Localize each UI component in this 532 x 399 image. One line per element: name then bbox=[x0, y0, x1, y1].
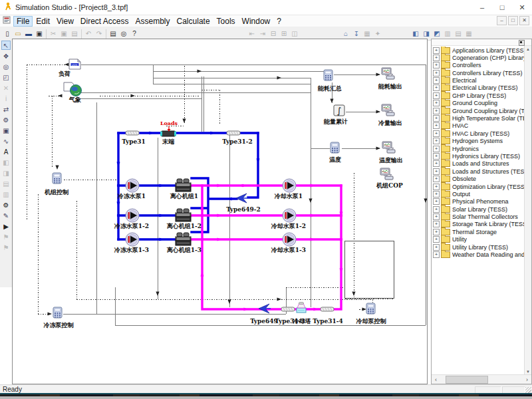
fit-vertical-button[interactable]: ⇥ bbox=[257, 29, 268, 39]
component-weather[interactable]: 气象 bbox=[64, 82, 82, 103]
new-button[interactable]: ▯ bbox=[2, 29, 13, 39]
tree-item[interactable]: +Hydronics Library (TESS) bbox=[433, 152, 524, 160]
wrench-tool[interactable]: ⚙ bbox=[1, 115, 11, 124]
run-tool[interactable]: ▶ bbox=[1, 221, 11, 231]
menu-direct-access[interactable]: Direct Access bbox=[77, 16, 132, 27]
component-terminal[interactable]: Loads 末端 bbox=[160, 120, 178, 145]
insert-component-button[interactable]: ↧ bbox=[351, 29, 362, 39]
save-button[interactable]: ▬ bbox=[23, 29, 34, 39]
minimize-button[interactable]: – bbox=[472, 0, 492, 15]
scroll-right-icon[interactable]: › bbox=[523, 376, 531, 384]
tree-item[interactable]: +GHP Library (TESS) bbox=[433, 92, 524, 99]
menu-file[interactable]: File bbox=[13, 16, 33, 27]
tile-windows-button[interactable]: ◫ bbox=[289, 29, 300, 39]
menu-view[interactable]: View bbox=[53, 16, 77, 27]
component-cooling-tower[interactable]: 冷却塔 bbox=[293, 303, 312, 325]
expand-icon[interactable]: + bbox=[433, 55, 440, 61]
tree-item[interactable]: +HVAC Library (TESS) bbox=[433, 130, 524, 137]
component-cw-pump-control[interactable]: 冷却泵控制 bbox=[356, 303, 386, 325]
expand-icon[interactable]: + bbox=[433, 198, 440, 205]
copy-button[interactable]: ▣ bbox=[59, 29, 69, 39]
expand-icon[interactable]: + bbox=[433, 153, 440, 160]
scroll-left-icon[interactable]: ‹ bbox=[432, 376, 440, 384]
tree-item[interactable]: +Obsolete bbox=[433, 176, 524, 183]
maximize-button[interactable]: □ bbox=[492, 0, 512, 15]
layers-tool[interactable]: ▤ bbox=[1, 179, 11, 188]
component-chw-pump1-2[interactable]: 冷冻水泵1-2 bbox=[114, 209, 149, 229]
tree-item[interactable]: +Output bbox=[433, 190, 524, 198]
expand-icon[interactable]: + bbox=[433, 251, 440, 258]
menu-tools[interactable]: Tools bbox=[213, 16, 239, 27]
expand-icon[interactable]: + bbox=[433, 184, 440, 190]
diagram-canvas[interactable]: USER 负荷 气象 机组控制 Type31 Loads 末端 bbox=[12, 39, 428, 384]
expand-icon[interactable]: + bbox=[433, 62, 440, 68]
tree-item[interactable]: +Applications Library (TESS) bbox=[433, 47, 524, 54]
component-chiller1[interactable]: 离心机组1 bbox=[170, 179, 198, 200]
close-button[interactable]: ✕ bbox=[512, 0, 532, 15]
mdi-restore-button[interactable]: □ bbox=[508, 16, 518, 25]
tree-item[interactable]: +Electrical Library (TESS) bbox=[433, 84, 524, 92]
tree-item[interactable]: +Utility bbox=[433, 236, 524, 243]
select-tool[interactable]: ↖ bbox=[1, 41, 11, 50]
tree-item[interactable]: +Controllers bbox=[433, 62, 524, 69]
tree-item[interactable]: +Hydronics bbox=[433, 145, 524, 152]
plot-tool[interactable]: ∿ bbox=[1, 136, 11, 146]
flag-b-tool[interactable]: ⚑ bbox=[1, 243, 11, 252]
zoom-extents-tool[interactable]: ◰ bbox=[1, 72, 11, 82]
pen-tool[interactable]: ✎ bbox=[1, 211, 11, 220]
expand-icon[interactable]: + bbox=[433, 244, 440, 251]
expand-icon[interactable]: + bbox=[433, 70, 440, 76]
tree-item[interactable]: +High Temperature Solar (TESS) bbox=[433, 115, 524, 122]
component-cw-pump1-3[interactable]: 冷却水泵1-3 bbox=[271, 233, 306, 253]
expand-icon[interactable]: + bbox=[433, 146, 440, 152]
expand-icon[interactable]: + bbox=[433, 84, 440, 91]
zoom-out-page-button[interactable]: ⊟ bbox=[268, 29, 279, 39]
menu-help[interactable]: ? bbox=[273, 16, 285, 27]
tree-item[interactable]: +Optimization Library (TESS) bbox=[433, 183, 524, 190]
delete-tool[interactable]: ✕ bbox=[1, 83, 11, 92]
flag-a-tool[interactable]: ⚑ bbox=[1, 232, 11, 241]
tree-vertical-scrollbar[interactable]: ▲ ▼ bbox=[524, 46, 531, 375]
grid-tool[interactable]: ◧ bbox=[1, 158, 11, 167]
expand-icon[interactable]: + bbox=[433, 168, 440, 175]
direct-access-button[interactable]: ⌂ bbox=[340, 29, 351, 39]
columns-button[interactable]: ▤ bbox=[453, 29, 464, 39]
component-cw-pump1[interactable]: 冷却水泵1 bbox=[275, 179, 303, 200]
menu-calculate[interactable]: Calculate bbox=[174, 16, 213, 27]
menu-window[interactable]: Window bbox=[239, 16, 274, 27]
expand-icon[interactable]: + bbox=[433, 213, 440, 220]
tree-item[interactable]: +Weather Data Reading and Process bbox=[433, 251, 524, 259]
zoom-in-page-button[interactable]: ⊞ bbox=[279, 29, 289, 39]
layout-left-button[interactable]: ◧ bbox=[410, 29, 421, 39]
component-temperature-output[interactable]: 温度输出 bbox=[379, 142, 403, 164]
expand-icon[interactable]: + bbox=[433, 236, 440, 243]
settings-tool[interactable]: ⚙ bbox=[1, 200, 11, 209]
help-button[interactable]: ? bbox=[129, 29, 140, 39]
duplicate-tool[interactable]: ▣ bbox=[1, 126, 11, 135]
menu-edit[interactable]: Edit bbox=[33, 16, 53, 27]
expand-icon[interactable]: + bbox=[433, 176, 440, 182]
expand-icon[interactable]: + bbox=[433, 221, 440, 227]
text-tool[interactable]: A bbox=[1, 147, 11, 156]
expand-icon[interactable]: + bbox=[433, 206, 440, 213]
component-chiller1-3[interactable]: 离心机组1-3 bbox=[167, 233, 201, 253]
component-chw-pump-control[interactable]: 冷冻泵控制 bbox=[44, 307, 74, 329]
expand-icon[interactable]: + bbox=[433, 77, 440, 84]
tree-item[interactable]: +Loads and Structures bbox=[433, 160, 524, 168]
save-all-button[interactable]: ▣ bbox=[34, 29, 45, 39]
snap-tool[interactable]: ◨ bbox=[1, 168, 11, 178]
component-chiller1-2[interactable]: 离心机组1-2 bbox=[167, 209, 201, 229]
link-tool[interactable]: ⇄ bbox=[1, 104, 11, 114]
tree-horizontal-scrollbar[interactable]: ‹ › bbox=[432, 374, 531, 384]
tree-item[interactable]: +Physical Phenomena bbox=[433, 198, 524, 205]
component-unit-cop[interactable]: 机组COP bbox=[376, 168, 403, 189]
mdi-close-button[interactable]: ✕ bbox=[519, 16, 529, 25]
component-temperature[interactable]: 温度 bbox=[329, 142, 341, 163]
tree-item[interactable]: +Storage Tank Library (TESS) bbox=[433, 221, 524, 228]
expand-icon[interactable]: + bbox=[433, 122, 440, 129]
tree-item[interactable]: +Thermal Storage bbox=[433, 228, 524, 235]
component-load[interactable]: USER 负荷 bbox=[58, 59, 80, 77]
paste-button[interactable]: ▤ bbox=[69, 29, 80, 39]
expand-icon[interactable]: + bbox=[433, 138, 440, 144]
grid-button[interactable]: ▦ bbox=[362, 29, 372, 39]
